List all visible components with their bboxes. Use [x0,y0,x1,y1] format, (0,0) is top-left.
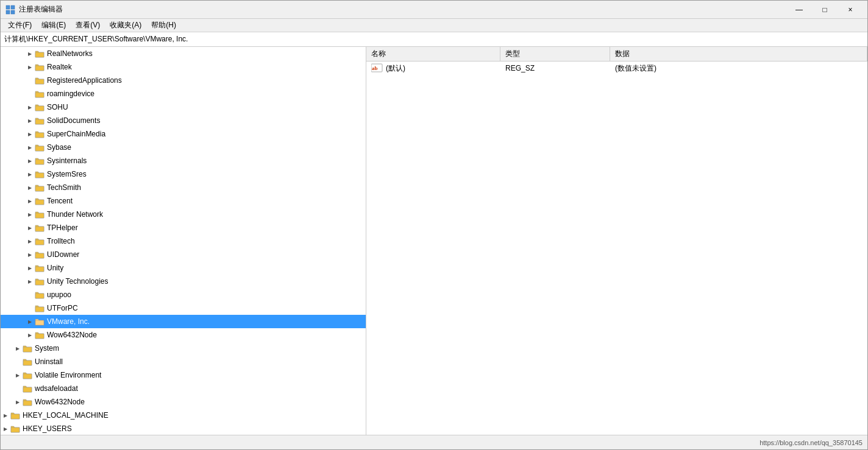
tree-item-label: HKEY_LOCAL_MACHINE [23,411,108,420]
expand-arrow[interactable] [25,89,35,99]
tree-item-utforpc[interactable]: UTForPC [1,301,366,315]
expand-arrow[interactable]: ▶ [25,196,35,206]
expand-arrow[interactable] [13,384,23,393]
status-bar: https://blog.csdn.net/qq_35870145 [1,435,867,449]
expand-arrow[interactable]: ▶ [13,370,23,380]
folder-icon [23,371,32,379]
expand-arrow[interactable]: ▶ [25,317,35,326]
expand-arrow[interactable]: ▶ [25,142,35,152]
tree-item-uidowner[interactable]: ▶ UIDowner [1,248,366,261]
svg-rect-4 [35,52,44,57]
reg-default-name: (默认) [386,63,405,74]
tree-item-sybase[interactable]: ▶ Sybase [1,141,366,154]
tree-scroll[interactable]: ▶ RealNetworks▶ Realtek RegisteredApplic… [1,47,366,435]
tree-item-label: Realtek [47,63,72,71]
tree-item-unitytechnologies[interactable]: ▶ Unity Technologies [1,275,366,288]
menu-file[interactable]: 文件(F) [3,19,37,32]
svg-rect-19 [35,253,44,258]
expand-arrow[interactable]: ▶ [25,223,35,233]
expand-arrow[interactable] [13,357,23,367]
tree-item-volatileenv[interactable]: ▶ Volatile Environment [1,368,366,382]
expand-arrow[interactable]: ▶ [25,330,35,340]
expand-arrow[interactable]: ▶ [25,183,35,192]
expand-arrow[interactable]: ▶ [25,62,35,72]
expand-arrow[interactable]: ▶ [25,250,35,259]
expand-arrow[interactable]: ▶ [25,209,35,219]
tree-item-wow6432node2[interactable]: ▶ Wow6432Node [1,395,366,409]
menu-favorites[interactable]: 收藏夹(A) [105,19,146,32]
address-text: 计算机\HKEY_CURRENT_USER\Software\VMware, I… [4,34,188,44]
reg-type-cell: REG_SZ [500,62,610,75]
reg-data-cell: (数值未设置) [610,62,867,75]
tree-item-wdsafe[interactable]: wdsafeloadat [1,382,366,395]
svg-rect-29 [23,387,32,392]
reg-name-cell: ab (默认) [366,62,500,75]
tree-item-sohu[interactable]: ▶ SOHU [1,100,366,114]
tree-item-tphelper[interactable]: ▶ TPHelper [1,221,366,234]
expand-arrow[interactable] [25,290,35,300]
expand-arrow[interactable]: ▶ [1,424,10,434]
expand-arrow[interactable]: ▶ [1,410,10,420]
tree-item-tencent[interactable]: ▶ Tencent [1,194,366,208]
tree-item-realtek[interactable]: ▶ Realtek [1,60,366,74]
folder-icon [35,49,44,58]
folder-icon [35,264,44,272]
svg-text:ab: ab [372,65,378,71]
tree-item-hkey_users[interactable]: ▶ HKEY_USERS [1,422,366,435]
tree-item-label: TechSmith [47,183,81,192]
svg-rect-24 [35,320,44,325]
tree-item-system[interactable]: ▶ System [1,342,366,355]
maximize-button[interactable]: □ [813,4,837,16]
expand-arrow[interactable] [25,303,35,313]
tree-item-roamingdevice[interactable]: roamingdevice [1,87,366,100]
expand-arrow[interactable]: ▶ [25,263,35,273]
expand-arrow[interactable]: ▶ [25,156,35,166]
svg-rect-8 [35,106,44,111]
tree-item-vmwareinc[interactable]: ▶ VMware, Inc. [1,315,366,328]
menu-bar: 文件(F) 编辑(E) 查看(V) 收藏夹(A) 帮助(H) [1,19,867,32]
tree-item-soliddocuments[interactable]: ▶ SolidDocuments [1,114,366,127]
tree-item-label: HKEY_USERS [23,424,72,433]
tree-item-superchainmedia[interactable]: ▶ SuperChainMedia [1,127,366,141]
tree-item-registeredapplications[interactable]: RegisteredApplications [1,74,366,87]
menu-view[interactable]: 查看(V) [71,19,105,32]
expand-arrow[interactable]: ▶ [25,102,35,112]
tree-item-uninstall[interactable]: Uninstall [1,355,366,368]
tree-item-sysinternals[interactable]: ▶ Sysinternals [1,154,366,167]
address-bar: 计算机\HKEY_CURRENT_USER\Software\VMware, I… [1,32,867,47]
tree-item-techsmith[interactable]: ▶ TechSmith [1,181,366,194]
folder-icon [35,250,44,259]
svg-rect-32 [11,427,20,432]
tree-item-label: Uninstall [35,357,63,366]
col-header-type: 类型 [500,47,610,61]
menu-help[interactable]: 帮助(H) [146,19,181,32]
tree-item-thundernetwork[interactable]: ▶ Thunder Network [1,208,366,221]
folder-icon [35,116,44,125]
close-button[interactable]: × [838,4,863,16]
expand-arrow[interactable]: ▶ [13,343,23,353]
tree-item-trolltech[interactable]: ▶ Trolltech [1,234,366,248]
tree-item-unity[interactable]: ▶ Unity [1,261,366,275]
right-content[interactable]: ab (默认) REG_SZ (数值未设置) [366,62,867,435]
tree-item-label: upupoo [47,290,71,299]
minimize-button[interactable]: — [787,4,811,16]
expand-arrow[interactable]: ▶ [25,116,35,125]
expand-arrow[interactable] [25,76,35,85]
tree-item-systemsres[interactable]: ▶ SystemSres [1,167,366,181]
svg-rect-25 [35,334,44,339]
expand-arrow[interactable]: ▶ [25,276,35,286]
tree-item-wow6432node[interactable]: ▶ Wow6432Node [1,328,366,342]
menu-edit[interactable]: 编辑(E) [37,19,71,32]
tree-item-upupoo[interactable]: upupoo [1,288,366,301]
expand-arrow[interactable]: ▶ [25,49,35,58]
tree-item-hkey_local_machine[interactable]: ▶ HKEY_LOCAL_MACHINE [1,409,366,422]
expand-arrow[interactable]: ▶ [25,169,35,179]
expand-arrow[interactable]: ▶ [25,236,35,246]
registry-row[interactable]: ab (默认) REG_SZ (数值未设置) [366,62,867,75]
tree-item-label: SuperChainMedia [47,130,105,138]
tree-container: ▶ RealNetworks▶ Realtek RegisteredApplic… [1,47,366,435]
expand-arrow[interactable]: ▶ [25,129,35,139]
tree-item-realnetworks[interactable]: ▶ RealNetworks [1,47,366,60]
expand-arrow[interactable]: ▶ [13,397,23,407]
reg-ab-icon: ab [371,63,383,73]
